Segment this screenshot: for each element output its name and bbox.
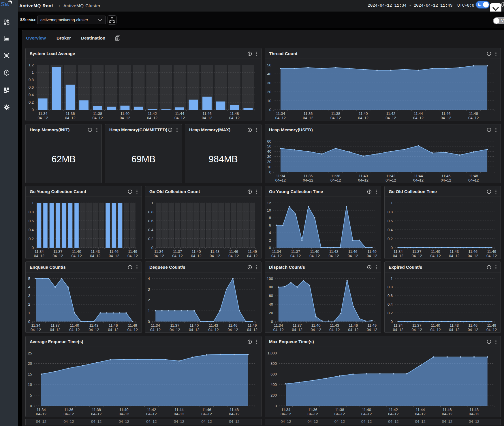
svg-text:11:40: 11:40 [359,111,368,116]
svg-text:10: 10 [267,99,271,103]
svg-text:2: 2 [269,238,271,242]
svg-text:04–12: 04–12 [275,178,286,182]
svg-text:04–12: 04–12 [150,328,161,332]
svg-text:0.6: 0.6 [388,219,393,223]
svg-text:11:48: 11:48 [230,111,239,116]
svg-text:30: 30 [267,154,271,159]
svg-text:04–12: 04–12 [50,328,60,332]
svg-text:04–12: 04–12 [385,116,396,120]
svg-text:11:37: 11:37 [293,323,302,328]
svg-text:04–12: 04–12 [303,116,313,120]
svg-text:20: 20 [28,361,32,366]
svg-text:0.4: 0.4 [388,302,393,307]
svg-text:11:48: 11:48 [469,408,479,412]
svg-text:04–12: 04–12 [146,412,157,416]
svg-text:04–12: 04–12 [189,328,199,332]
svg-text:04–12: 04–12 [91,412,101,416]
svg-text:04–12: 04–12 [348,254,358,258]
svg-text:11:44: 11:44 [174,408,184,412]
svg-text:04–12: 04–12 [191,254,202,258]
svg-text:04–12: 04–12 [330,178,341,182]
svg-text:04–12: 04–12 [308,419,318,424]
svg-text:4: 4 [148,276,150,281]
svg-text:04–12: 04–12 [174,116,185,120]
svg-text:11:46: 11:46 [443,408,452,412]
svg-text:11:43: 11:43 [89,323,99,328]
svg-text:04–12: 04–12 [92,116,103,120]
svg-text:11:34: 11:34 [394,249,403,254]
svg-text:04–12: 04–12 [393,254,403,258]
svg-text:1: 1 [28,311,30,315]
svg-text:11:40: 11:40 [359,174,368,178]
svg-text:11:40: 11:40 [190,323,199,328]
svg-text:11:44: 11:44 [416,408,425,412]
svg-text:11:36: 11:36 [304,174,313,178]
svg-text:11:40: 11:40 [431,323,440,328]
svg-text:04–12: 04–12 [91,419,101,424]
svg-text:11:40: 11:40 [362,408,371,412]
svg-text:04–12: 04–12 [119,412,129,416]
svg-text:1,000: 1,000 [267,351,277,355]
svg-text:04–12: 04–12 [31,328,41,332]
svg-text:04–12: 04–12 [120,116,130,120]
svg-text:04–12: 04–12 [228,328,238,332]
svg-text:11:48: 11:48 [230,408,239,412]
svg-text:04–12: 04–12 [486,254,497,258]
svg-text:0: 0 [28,320,30,324]
svg-text:800: 800 [270,361,277,366]
svg-text:04–12: 04–12 [36,412,46,416]
svg-text:11:42: 11:42 [389,408,398,412]
svg-text:04–12: 04–12 [334,412,345,416]
svg-text:11:38: 11:38 [335,408,344,412]
svg-text:0.8: 0.8 [148,210,153,214]
svg-text:04–12: 04–12 [247,254,257,258]
svg-text:0.4: 0.4 [29,93,34,97]
svg-text:04–12: 04–12 [442,419,452,424]
svg-text:11:40: 11:40 [192,249,201,254]
svg-text:04–12: 04–12 [468,254,478,258]
svg-text:0: 0 [269,170,271,174]
svg-text:11:46: 11:46 [109,323,118,328]
svg-text:11:38: 11:38 [331,111,340,116]
svg-text:11:34: 11:34 [38,111,48,116]
svg-text:04–12: 04–12 [247,328,257,332]
svg-text:11:46: 11:46 [469,323,478,328]
svg-text:100: 100 [267,276,273,281]
svg-text:04–12: 04–12 [202,412,212,416]
svg-text:60: 60 [267,139,271,143]
svg-text:04–12: 04–12 [65,116,76,120]
svg-text:11:46: 11:46 [348,249,358,254]
svg-text:11:42: 11:42 [386,174,396,178]
svg-text:11:34: 11:34 [394,323,403,328]
svg-text:11:49: 11:49 [487,249,496,254]
svg-text:04–12: 04–12 [413,178,424,182]
svg-text:04–12: 04–12 [361,412,372,416]
svg-text:25: 25 [28,351,32,355]
svg-text:04–12: 04–12 [109,254,119,258]
svg-text:04–12: 04–12 [273,328,284,332]
svg-text:0.2: 0.2 [388,311,393,315]
svg-text:4: 4 [269,231,271,235]
svg-text:04–12: 04–12 [449,328,459,332]
svg-text:11:49: 11:49 [128,249,137,254]
svg-text:04–12: 04–12 [63,412,74,416]
svg-text:04–12: 04–12 [146,419,157,424]
svg-text:8: 8 [269,216,271,220]
svg-text:04–12: 04–12 [385,178,396,182]
svg-text:400: 400 [270,382,277,387]
svg-text:04–12: 04–12 [309,254,320,258]
svg-text:1: 1 [391,201,393,205]
svg-text:04–12: 04–12 [469,419,479,424]
svg-text:0: 0 [32,246,34,250]
svg-text:11:46: 11:46 [228,323,238,328]
svg-text:0: 0 [391,320,393,324]
svg-text:11:34: 11:34 [272,249,281,254]
svg-text:11:34: 11:34 [35,249,44,254]
svg-text:04–12: 04–12 [430,254,441,258]
svg-text:04–12: 04–12 [412,328,422,332]
svg-text:20: 20 [269,311,273,315]
svg-text:10: 10 [267,208,271,212]
svg-text:04–12: 04–12 [172,254,183,258]
svg-text:0: 0 [151,246,153,250]
svg-text:04–12: 04–12 [147,116,157,120]
